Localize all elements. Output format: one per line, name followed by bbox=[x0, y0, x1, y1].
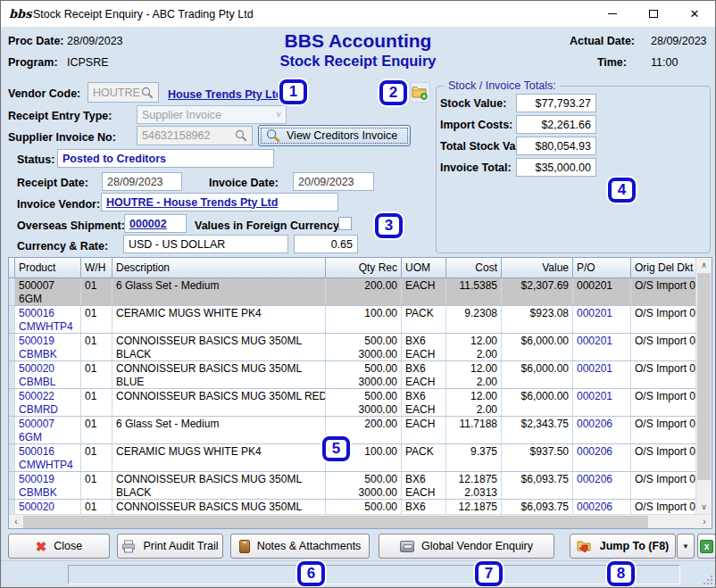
table-row[interactable]: 500020CBMBL01CONNOISSEUR BASICS MUG 350M… bbox=[9, 361, 695, 389]
jump-to-folder-icon bbox=[577, 540, 593, 553]
cell-warehouse: 01 bbox=[81, 306, 112, 333]
row-selector[interactable] bbox=[9, 306, 15, 333]
cell-po[interactable]: 000201 bbox=[573, 389, 631, 416]
table-row[interactable]: 5000076GM016 Glass Set - Medium200.00EAC… bbox=[9, 278, 695, 306]
row-selector[interactable] bbox=[9, 472, 15, 499]
search-icon[interactable] bbox=[235, 129, 247, 142]
cell-uom: PACK bbox=[402, 444, 446, 471]
close-button[interactable]: ✖ Close bbox=[8, 534, 110, 559]
column-header-product[interactable]: Product bbox=[15, 258, 81, 277]
row-selector[interactable] bbox=[9, 417, 15, 443]
cell-po[interactable]: 000201 bbox=[573, 361, 631, 388]
column-header-description[interactable]: Description bbox=[112, 258, 326, 277]
foreign-currency-checkbox[interactable] bbox=[338, 217, 352, 230]
cell-po[interactable]: 000206 bbox=[573, 472, 631, 499]
cell-warehouse: 01 bbox=[81, 278, 112, 305]
cell-uom: BX6EACH bbox=[402, 389, 446, 416]
cell-orig-del-dkt: O/S Import 0 bbox=[631, 278, 695, 305]
column-header-orig-del-dkt[interactable]: Orig Del Dkt bbox=[631, 258, 695, 277]
table-row[interactable]: 500016CMWHTP401CERAMIC MUGS WHITE PK4100… bbox=[9, 444, 695, 472]
cell-product[interactable]: 500019CBMBK bbox=[15, 334, 81, 360]
cell-cost: 12.002.00 bbox=[446, 334, 502, 360]
horizontal-scrollbar-thumb[interactable] bbox=[23, 516, 648, 528]
scroll-up-icon[interactable]: ∧ bbox=[696, 258, 712, 272]
minimize-button[interactable] bbox=[592, 1, 633, 27]
cell-po[interactable]: 000206 bbox=[573, 444, 631, 471]
column-header-value[interactable]: Value bbox=[502, 258, 573, 277]
global-vendor-enquiry-label: Global Vendor Enquiry bbox=[421, 540, 533, 552]
attachments-folder-button[interactable] bbox=[410, 82, 430, 103]
cell-product[interactable]: 500020CBMBL bbox=[15, 361, 81, 388]
cell-po[interactable]: 000206 bbox=[573, 500, 631, 514]
jump-to-dropdown-button[interactable]: ▼ bbox=[677, 534, 695, 559]
table-row[interactable]: 5000076GM016 Glass Set - Medium200.00EAC… bbox=[9, 417, 695, 444]
search-icon[interactable] bbox=[141, 87, 154, 99]
callout-5: 5 bbox=[322, 436, 350, 461]
cell-product[interactable]: 500022CBMRD bbox=[15, 389, 81, 416]
invoice-date-field: 20/09/2023 bbox=[293, 172, 374, 191]
overseas-shipment-link[interactable]: 000002 bbox=[129, 218, 167, 230]
table-row[interactable]: 500022CBMRD01CONNOISSEUR BASICS MUG 350M… bbox=[9, 389, 695, 417]
column-header-uom[interactable]: UOM bbox=[402, 258, 446, 277]
cell-product[interactable]: 500019CBMBK bbox=[15, 472, 81, 499]
table-row[interactable]: 500016CMWHTP401CERAMIC MUGS WHITE PK4100… bbox=[9, 306, 695, 334]
close-window-button[interactable]: ✕ bbox=[674, 1, 715, 27]
horizontal-scrollbar[interactable]: ‹ › bbox=[9, 514, 712, 528]
cell-uom: PACK bbox=[402, 306, 446, 333]
vertical-scrollbar-thumb[interactable] bbox=[697, 273, 711, 480]
row-selector[interactable] bbox=[9, 278, 15, 305]
cell-product[interactable]: 5000076GM bbox=[15, 278, 81, 305]
cell-po[interactable]: 000201 bbox=[573, 306, 631, 333]
receipt-entry-type-label: Receipt Entry Type: bbox=[8, 110, 112, 122]
row-selector[interactable] bbox=[9, 334, 15, 360]
receipt-date-field: 28/09/2023 bbox=[102, 172, 182, 191]
cell-po[interactable]: 000206 bbox=[573, 417, 631, 443]
close-button-label: Close bbox=[54, 540, 82, 552]
cell-description: CONNOISSEUR BASICS MUG 350MLBLACK bbox=[112, 472, 326, 499]
scroll-right-icon[interactable]: › bbox=[697, 517, 712, 526]
column-header-cost[interactable]: Cost bbox=[446, 258, 502, 277]
cell-product[interactable]: 5000076GM bbox=[15, 417, 81, 443]
vertical-scrollbar[interactable]: ∧ ∨ bbox=[695, 258, 712, 514]
column-header-wh[interactable]: W/H bbox=[81, 258, 112, 277]
table-row[interactable]: 50002001CONNOISSEUR BASICS MUG 350ML500.… bbox=[9, 500, 695, 514]
row-selector[interactable] bbox=[9, 500, 15, 514]
scroll-left-icon[interactable]: ‹ bbox=[9, 517, 23, 526]
row-selector[interactable] bbox=[9, 361, 15, 388]
resize-grip[interactable] bbox=[702, 574, 712, 584]
row-selector[interactable] bbox=[9, 444, 15, 471]
global-vendor-enquiry-button[interactable]: Global Vendor Enquiry bbox=[379, 534, 554, 559]
print-audit-trail-button[interactable]: Print Audit Trail bbox=[117, 534, 223, 559]
table-row[interactable]: 500019CBMBK01CONNOISSEUR BASICS MUG 350M… bbox=[9, 472, 695, 500]
cell-po[interactable]: 000201 bbox=[573, 278, 631, 305]
cell-description: CERAMIC MUGS WHITE PK4 bbox=[112, 444, 326, 471]
invoice-vendor-link[interactable]: HOUTRE - House Trends Pty Ltd bbox=[106, 196, 278, 209]
cell-value: $6,093.75 bbox=[502, 500, 573, 514]
notes-attachments-button[interactable]: Notes & Attachments bbox=[230, 534, 370, 559]
vendor-name-link[interactable]: House Trends Pty Ltd bbox=[168, 88, 283, 101]
table-row[interactable]: 500019CBMBK01CONNOISSEUR BASICS MUG 350M… bbox=[9, 334, 695, 361]
cell-uom: BX6EACH bbox=[402, 334, 446, 360]
chevron-down-icon: ˅ bbox=[276, 110, 281, 120]
column-header-qty-rec[interactable]: Qty Rec bbox=[326, 258, 402, 277]
folder-add-icon bbox=[412, 85, 429, 100]
vendor-code-field[interactable]: HOUTRE bbox=[87, 82, 159, 103]
scroll-down-icon[interactable]: ∨ bbox=[696, 500, 712, 514]
invoice-vendor-label: Invoice Vendor: bbox=[17, 198, 100, 211]
maximize-button[interactable] bbox=[633, 1, 674, 27]
cell-product[interactable]: 500016CMWHTP4 bbox=[15, 306, 81, 333]
cell-product[interactable]: 500016CMWHTP4 bbox=[15, 444, 81, 471]
receipt-entry-type-select[interactable]: Supplier Invoice ˅ bbox=[137, 105, 287, 124]
jump-to-button[interactable]: Jump To (F8) bbox=[570, 534, 676, 559]
cell-product[interactable]: 500020 bbox=[15, 500, 81, 514]
cell-po[interactable]: 000201 bbox=[573, 334, 631, 360]
supplier-invoice-no-field[interactable]: 54632158962 bbox=[137, 126, 253, 145]
cell-qty-rec: 100.00 bbox=[326, 306, 402, 333]
view-creditors-invoice-button[interactable]: View Creditors Invoice bbox=[258, 125, 411, 146]
column-header-po[interactable]: P/O bbox=[573, 258, 631, 277]
export-excel-button[interactable]: x bbox=[697, 534, 716, 559]
vendor-code-value: HOUTRE bbox=[93, 87, 140, 99]
rate-field: 0.65 bbox=[294, 235, 358, 253]
row-selector[interactable] bbox=[9, 389, 15, 416]
callout-6: 6 bbox=[297, 561, 325, 586]
